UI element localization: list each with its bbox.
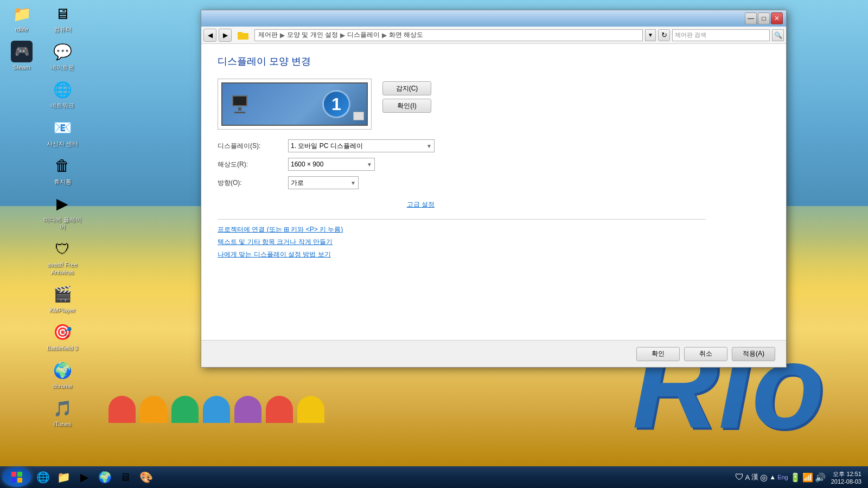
ok-button[interactable]: 확인 <box>636 347 680 361</box>
avast-icon: 🛡 <box>52 238 73 260</box>
system-tray: 🛡 A 漢 ◎ ▲ Eng 🔋 📶 🔊 오후 12:51 2012-08-03 <box>731 470 866 485</box>
page-title: 디스플레이 모양 변경 <box>218 55 770 68</box>
resolution-value: 868 × 488 <box>291 160 323 168</box>
small-monitor-icon <box>232 95 247 113</box>
steam-icon: 🎮 <box>11 41 33 62</box>
date-display: 2012-08-03 <box>831 478 861 485</box>
computer-icon: 🖥 <box>52 3 73 24</box>
help-link-projector[interactable]: 프로젝터에 연결 (또는 ⊞ 키와 <P> 키 누름) <box>218 225 770 234</box>
taskbar-explorer-icon[interactable]: 📁 <box>54 468 73 486</box>
media-icon: ▶ <box>52 193 73 215</box>
buttons-panel: 감지(C) 확인(I) <box>382 81 431 113</box>
desktop-icons-col1: 📁 rdlife 🎮 Steam <box>3 3 41 76</box>
tray-ime-han-icon: 漢 <box>751 472 758 482</box>
identify-button[interactable]: 확인(I) <box>382 99 431 113</box>
apply-button[interactable]: 적용(A) <box>732 347 775 361</box>
resolution-select[interactable]: 868 × 488 ▼ <box>288 158 375 171</box>
cancel-button[interactable]: 취소 <box>684 347 727 361</box>
svg-rect-4 <box>11 478 16 483</box>
desktop-icon-rdlife[interactable]: 📁 rdlife <box>3 3 41 33</box>
tray-icons-group: 🛡 A 漢 ◎ ▲ Eng 🔋 📶 🔊 <box>735 472 826 483</box>
kmplayer-icon: 🎬 <box>52 284 73 305</box>
desktop-icon-battlefield[interactable]: 🎯 Battlefield 3 <box>43 322 81 352</box>
settings-form: 디스플레이(S): 1. 모바일 PC 디스플레이 ▼ 해상도(R): 1600… <box>218 139 435 189</box>
battlefield-icon: 🎯 <box>52 322 73 343</box>
advanced-settings-link[interactable]: 고급 설정 <box>407 201 435 208</box>
tray-network-bars-icon: 📶 <box>802 472 813 483</box>
maximize-button[interactable]: □ <box>758 12 770 24</box>
display-select[interactable]: 1. 모바일 PC 디스플레이 ▼ <box>288 139 435 152</box>
desktop-icon-computer[interactable]: 🖥 컴퓨터 <box>43 3 81 33</box>
breadcrumb-cp: 제어판 <box>258 30 278 40</box>
search-box[interactable]: 제어판 검색 <box>672 29 770 41</box>
desktop-icon-kmplayer[interactable]: 🎬 KMPlayer <box>43 284 81 314</box>
search-placeholder: 제어판 검색 <box>675 31 706 39</box>
taskbar-chrome-icon[interactable]: 🌍 <box>95 468 114 486</box>
time-display: 오후 12:51 <box>833 470 861 478</box>
breadcrumb-appearance: 모양 및 개인 설정 <box>287 30 338 40</box>
desktop-icon-avast[interactable]: 🛡 avast! Free Antivirus <box>43 238 81 275</box>
display-value: 1. 모바일 PC 디스플레이 <box>291 142 363 151</box>
itunes-icon: 🎵 <box>52 397 73 419</box>
monitor-number: 1 <box>331 94 341 114</box>
orientation-value: 가로 <box>291 178 304 188</box>
umbrellas <box>108 380 651 423</box>
forward-button[interactable]: ▶ <box>219 29 232 42</box>
tray-battery-icon: 🔋 <box>790 472 801 483</box>
svg-rect-5 <box>17 478 22 483</box>
svg-rect-1 <box>238 32 242 34</box>
back-button[interactable]: ◀ <box>203 29 216 42</box>
clock: 오후 12:51 2012-08-03 <box>828 470 861 485</box>
taskbar-media-icon[interactable]: ▶ <box>75 468 93 486</box>
rdlife-icon: 📁 <box>11 3 33 24</box>
svg-rect-2 <box>11 472 16 477</box>
resolution-select-arrow: ▼ <box>367 162 372 168</box>
orientation-select[interactable]: 가로 ▼ <box>288 176 359 189</box>
tray-network-icon: ◎ <box>760 472 768 483</box>
recycle-icon: 🗑 <box>52 155 73 177</box>
minimize-button[interactable]: — <box>745 12 757 24</box>
taskbar: 🌐 📁 ▶ 🌍 🖥 🎨 🛡 A 漢 ◎ ▲ Eng 🔋 📶 🔊 오후 12:51 <box>0 466 868 488</box>
desktop-icon-steam[interactable]: 🎮 Steam <box>3 41 41 71</box>
desktop-icon-messenger[interactable]: 📧 사신자 센터 <box>43 117 81 147</box>
desktop-icon-media[interactable]: ▶ 미디에 플레이어 <box>43 193 81 230</box>
help-link-text-size[interactable]: 텍스트 및 기타 항목 크거나 작게 만들기 <box>218 237 770 247</box>
small-window-icon <box>353 112 364 120</box>
address-dropdown-button[interactable]: ▼ <box>645 29 656 41</box>
refresh-button[interactable]: ↻ <box>658 29 670 41</box>
taskbar-pinned-icons: 🌐 📁 ▶ 🌍 🖥 🎨 <box>34 468 155 486</box>
desktop-icons-col2: 🖥 컴퓨터 💬 네이트온 🌐 네트워크 📧 사신자 센터 🗑 휴지통 ▶ 미디에… <box>43 3 81 433</box>
help-link-display-settings[interactable]: 나에게 맞는 디스플레이 설정 방법 보기 <box>218 250 770 259</box>
messenger-icon: 📧 <box>52 117 73 139</box>
breadcrumb-path[interactable]: 제어판 ▶ 모양 및 개인 설정 ▶ 디스플레이 ▶ 화면 해상도 <box>254 29 643 41</box>
desktop-icon-nate[interactable]: 💬 네이트온 <box>43 41 81 71</box>
tray-ime-switch-icon: Eng <box>777 474 788 480</box>
display-label: 디스플레이(S): <box>218 142 283 151</box>
close-button[interactable]: ✕ <box>771 12 783 24</box>
chrome-icon: 🌍 <box>52 359 73 381</box>
desktop: Rio 📁 rdlife 🎮 Steam 🖥 컴퓨터 💬 네이트온 🌐 네트워크… <box>0 0 868 488</box>
network-icon: 🌐 <box>52 79 73 100</box>
nate-icon: 💬 <box>52 41 73 62</box>
desktop-icon-chrome[interactable]: 🌍 chrome <box>43 359 81 390</box>
folder-icon <box>235 29 251 42</box>
desktop-icon-network[interactable]: 🌐 네트워크 <box>43 79 81 109</box>
window-titlebar: — □ ✕ <box>201 10 786 27</box>
monitor-preview: 1 <box>221 82 368 126</box>
start-button[interactable] <box>2 467 31 487</box>
divider <box>218 219 706 220</box>
desktop-icon-itunes[interactable]: 🎵 iTunes <box>43 397 81 428</box>
taskbar-ie-icon[interactable]: 🌐 <box>34 468 52 486</box>
display-select-arrow: ▼ <box>426 143 432 149</box>
taskbar-paint-icon[interactable]: 🎨 <box>137 468 155 486</box>
detect-button[interactable]: 감지(C) <box>382 81 431 95</box>
resolution-label: 해상도(R): <box>218 160 283 169</box>
help-links: 프로젝터에 연결 (또는 ⊞ 키와 <P> 키 누름) 텍스트 및 기타 항목 … <box>218 225 770 259</box>
search-button[interactable]: 🔍 <box>772 29 784 41</box>
breadcrumb-resolution: 화면 해상도 <box>389 30 423 40</box>
desktop-icon-recycle[interactable]: 🗑 휴지통 <box>43 155 81 185</box>
window-content: 디스플레이 모양 변경 1 <box>201 44 786 340</box>
svg-rect-3 <box>17 472 22 477</box>
address-bar: ◀ ▶ 제어판 ▶ 모양 및 개인 설정 ▶ 디스플레이 ▶ 화면 해상도 ▼ … <box>201 27 786 44</box>
taskbar-remote-icon[interactable]: 🖥 <box>116 468 135 486</box>
